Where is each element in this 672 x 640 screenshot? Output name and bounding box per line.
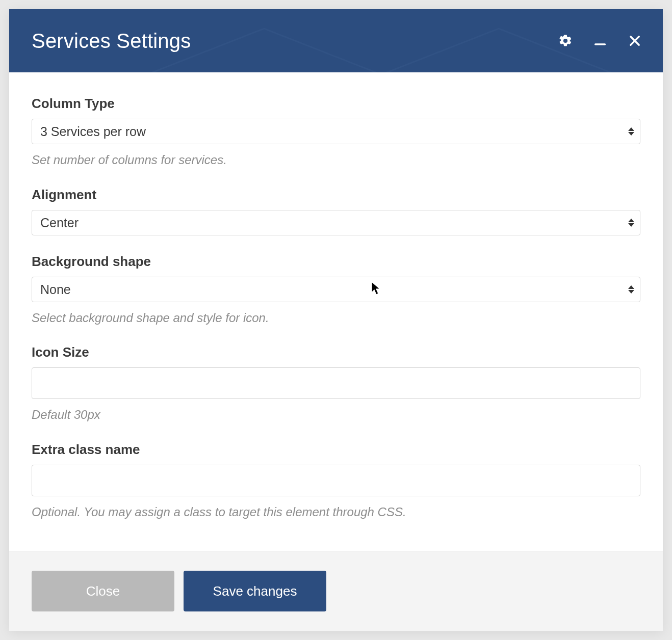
label-extra-class: Extra class name <box>32 442 640 458</box>
label-background-shape: Background shape <box>32 254 640 270</box>
input-extra-class[interactable] <box>32 465 640 496</box>
gear-icon[interactable] <box>558 33 573 48</box>
modal-footer: Close Save changes <box>9 551 663 631</box>
help-column-type: Set number of columns for services. <box>32 151 640 169</box>
modal-header: Services Settings <box>9 9 663 72</box>
field-background-shape: Background shape None Select background … <box>32 254 640 327</box>
select-background-shape[interactable]: None <box>32 277 640 302</box>
field-extra-class: Extra class name Optional. You may assig… <box>32 442 640 521</box>
close-button[interactable]: Close <box>32 571 174 611</box>
select-column-type[interactable]: 3 Services per row <box>32 119 640 144</box>
label-column-type: Column Type <box>32 96 640 112</box>
label-icon-size: Icon Size <box>32 344 640 360</box>
minimize-icon[interactable] <box>592 33 608 48</box>
help-icon-size: Default 30px <box>32 406 640 423</box>
close-icon[interactable] <box>627 33 642 48</box>
select-alignment[interactable]: Center <box>32 210 640 235</box>
modal-title: Services Settings <box>32 30 191 52</box>
input-icon-size[interactable] <box>32 367 640 399</box>
help-extra-class: Optional. You may assign a class to targ… <box>32 503 640 521</box>
label-alignment: Alignment <box>32 187 640 203</box>
save-button[interactable]: Save changes <box>184 571 326 611</box>
field-column-type: Column Type 3 Services per row Set numbe… <box>32 96 640 169</box>
modal-body: Column Type 3 Services per row Set numbe… <box>9 72 663 551</box>
settings-modal: Services Settings Column Type 3 Services… <box>9 9 663 631</box>
field-icon-size: Icon Size Default 30px <box>32 344 640 423</box>
field-alignment: Alignment Center <box>32 187 640 235</box>
header-actions <box>558 33 642 48</box>
help-background-shape: Select background shape and style for ic… <box>32 309 640 327</box>
